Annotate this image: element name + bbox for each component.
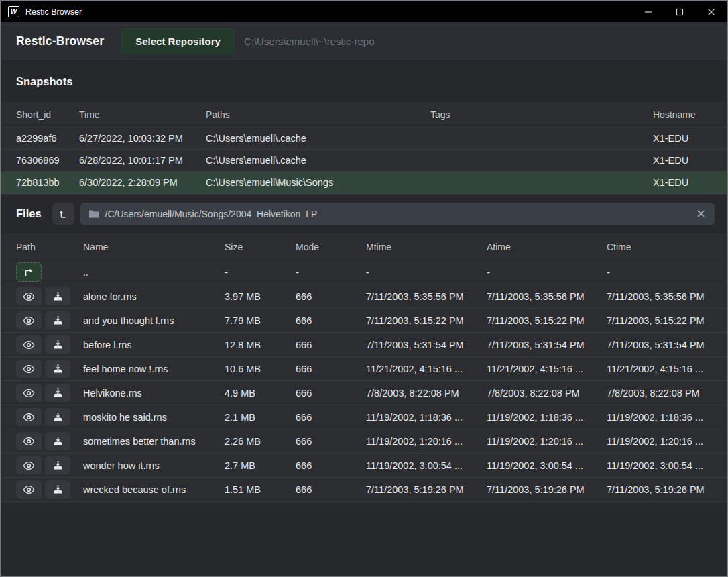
preview-file-button[interactable] <box>16 432 42 450</box>
eye-icon <box>23 388 35 398</box>
snapshot-row[interactable]: a2299af66/27/2022, 10:03:32 PMC:\Users\e… <box>1 127 727 150</box>
close-button[interactable] <box>695 1 727 22</box>
snapshots-table-body: a2299af66/27/2022, 10:03:32 PMC:\Users\e… <box>1 127 727 194</box>
preview-file-button[interactable] <box>16 287 42 305</box>
select-repository-button[interactable]: Select Repository <box>121 28 235 54</box>
file-mode: 666 <box>296 388 366 399</box>
snapshot-row[interactable]: 72b813bb6/30/2022, 2:28:09 PMC:\Users\em… <box>1 172 727 194</box>
file-name: alone for.rns <box>83 291 225 302</box>
download-icon <box>53 364 63 374</box>
column-header-paths[interactable]: Paths <box>206 109 430 120</box>
download-file-button[interactable] <box>45 287 70 305</box>
file-name: moskito he said.rns <box>83 412 225 423</box>
column-header-atime[interactable]: Atime <box>487 242 607 252</box>
preview-file-button[interactable] <box>16 480 42 499</box>
file-size: 7.79 MB <box>225 315 296 326</box>
file-atime: 7/11/2003, 5:15:22 PM <box>487 315 607 326</box>
file-mode: - <box>296 267 366 278</box>
column-header-ctime[interactable]: Ctime <box>607 242 712 252</box>
window-title: Restic Browser <box>25 7 82 17</box>
titlebar: W Restic Browser <box>1 1 727 22</box>
file-row: feel home now !.rns10.6 MB66611/21/2002,… <box>1 357 727 381</box>
download-file-button[interactable] <box>45 432 70 450</box>
download-file-button[interactable] <box>45 311 70 329</box>
close-icon <box>696 209 705 218</box>
download-icon <box>53 339 63 350</box>
arrow-up-then-right-icon <box>23 268 34 277</box>
download-icon <box>53 388 63 398</box>
file-atime: 7/11/2003, 5:31:54 PM <box>487 339 607 350</box>
column-header-tags[interactable]: Tags <box>430 109 653 120</box>
current-path-bar[interactable]: /C/Users/emuell/Music/Songs/2004_Helveti… <box>80 203 715 225</box>
file-mode: 666 <box>296 339 366 350</box>
folder-icon <box>88 209 99 219</box>
snapshot-time: 6/30/2022, 2:28:09 PM <box>79 177 206 188</box>
file-name: .. <box>83 267 225 278</box>
download-file-button[interactable] <box>45 384 70 402</box>
file-ctime: - <box>607 267 712 278</box>
file-ctime: 7/11/2003, 5:31:54 PM <box>607 339 712 350</box>
column-header-time[interactable]: Time <box>79 109 206 120</box>
row-actions <box>16 311 83 329</box>
preview-file-button[interactable] <box>16 360 42 378</box>
download-icon <box>53 315 63 325</box>
file-mtime: 11/21/2002, 4:15:16 ... <box>366 364 487 374</box>
file-mode: 666 <box>296 460 366 471</box>
go-to-root-button[interactable] <box>52 203 74 225</box>
file-mtime: 7/11/2003, 5:31:54 PM <box>366 339 487 350</box>
column-header-mtime[interactable]: Mtime <box>366 242 487 252</box>
download-file-button[interactable] <box>45 408 70 426</box>
file-atime: 11/19/2002, 1:18:36 ... <box>487 412 607 423</box>
preview-file-button[interactable] <box>16 456 42 474</box>
app-icon: W <box>8 6 19 17</box>
preview-file-button[interactable] <box>16 408 42 426</box>
file-mtime: 11/19/2002, 1:18:36 ... <box>366 412 487 423</box>
file-mtime: - <box>366 267 487 278</box>
files-section-header: Files /C/Users/emuell/Music/Songs/2004_H… <box>1 194 727 233</box>
column-header-short-id[interactable]: Short_id <box>16 109 79 120</box>
snapshot-row[interactable]: 763068696/28/2022, 10:01:17 PMC:\Users\e… <box>1 150 727 172</box>
snapshot-hostname: X1-EDU <box>653 155 712 166</box>
download-icon <box>53 291 63 301</box>
snapshots-table-header: Short_id Time Paths Tags Hostname <box>1 102 727 127</box>
clear-path-button[interactable] <box>695 208 707 219</box>
download-file-button[interactable] <box>45 360 70 378</box>
file-row: alone for.rns3.97 MB6667/11/2003, 5:35:5… <box>1 284 727 309</box>
column-header-hostname[interactable]: Hostname <box>653 109 712 120</box>
preview-file-button[interactable] <box>16 384 42 402</box>
download-file-button[interactable] <box>45 480 70 499</box>
eye-icon <box>23 364 35 374</box>
minimize-button[interactable] <box>632 1 664 22</box>
maximize-button[interactable] <box>664 1 695 22</box>
download-file-button[interactable] <box>45 335 70 354</box>
file-size: 3.97 MB <box>225 291 296 302</box>
column-header-name[interactable]: Name <box>83 242 225 252</box>
file-mtime: 11/19/2002, 3:00:54 ... <box>366 460 487 471</box>
column-header-size[interactable]: Size <box>225 242 296 252</box>
go-to-parent-button[interactable] <box>16 262 42 282</box>
file-name: wonder how it.rns <box>83 460 225 471</box>
file-mode: 666 <box>296 364 366 374</box>
toolbar: Restic-Browser Select Repository C:\User… <box>1 22 727 60</box>
preview-file-button[interactable] <box>16 335 42 354</box>
files-table-header: Path Name Size Mode Mtime Atime Ctime <box>1 233 727 260</box>
file-size: 4.9 MB <box>225 388 296 399</box>
file-mode: 666 <box>296 484 366 495</box>
file-mtime: 11/19/2002, 1:20:16 ... <box>366 436 487 447</box>
column-header-mode[interactable]: Mode <box>296 242 366 252</box>
empty-area <box>1 502 727 576</box>
row-actions <box>16 408 83 426</box>
file-size: 2.1 MB <box>225 412 296 423</box>
snapshot-short-id: a2299af6 <box>16 133 79 144</box>
snapshot-short-id: 72b813bb <box>16 177 79 188</box>
download-icon <box>53 484 63 494</box>
files-table-body: ..-----alone for.rns3.97 MB6667/11/2003,… <box>1 260 727 502</box>
eye-icon <box>23 316 35 325</box>
column-header-path[interactable]: Path <box>16 242 83 252</box>
preview-file-button[interactable] <box>16 311 42 329</box>
file-mtime: 7/11/2003, 5:19:26 PM <box>366 484 487 495</box>
eye-icon <box>23 461 35 470</box>
file-row: before l.rns12.8 MB6667/11/2003, 5:31:54… <box>1 333 727 357</box>
download-file-button[interactable] <box>45 456 70 474</box>
row-actions <box>16 360 83 378</box>
